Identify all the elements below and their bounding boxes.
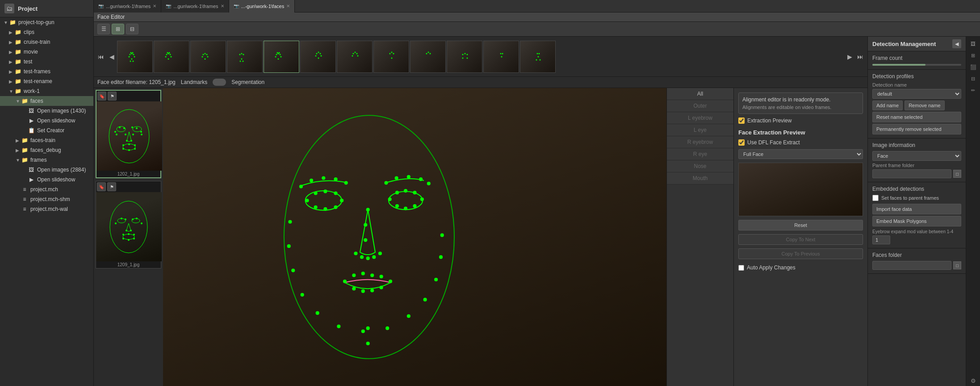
image-info-select[interactable]: Face Head All xyxy=(872,151,961,161)
sidebar-item-open-slideshow-1[interactable]: ▶ ▶ Open slideshow xyxy=(0,116,93,126)
main-canvas[interactable] xyxy=(163,88,666,386)
filmstrip-frame[interactable] xyxy=(520,41,556,73)
permanently-remove-btn[interactable]: Permanently remove selected xyxy=(872,124,961,134)
detection-name-select[interactable]: default xyxy=(872,89,961,99)
icon-strip-item-3[interactable]: ⬛ xyxy=(968,62,979,72)
tab-label: ...-gun\work-1\faces xyxy=(241,4,285,9)
svg-point-152 xyxy=(364,223,367,227)
set-faces-checkbox[interactable] xyxy=(872,195,879,201)
tab-close-btn[interactable]: ✕ xyxy=(221,4,224,8)
use-dfl-label: Use DFL Face Extract xyxy=(747,139,800,146)
tab-close-btn[interactable]: ✕ xyxy=(286,4,290,8)
filmstrip-frame-active[interactable] xyxy=(264,41,299,73)
filmstrip-frame[interactable] xyxy=(300,41,336,73)
sidebar-item-test[interactable]: ▶ 📁 test xyxy=(0,57,93,67)
filmstrip-last-btn[interactable]: ⏭ xyxy=(855,51,866,62)
filmstrip-frame[interactable] xyxy=(483,41,519,73)
sidebar-item-open-images-2884[interactable]: ▶ 🖼 Open images (2884) xyxy=(0,165,93,175)
sidebar-item-set-creator[interactable]: ▶ 📋 Set Creator xyxy=(0,126,93,135)
face-thumbnail-2[interactable]: 🔖 ⚑ xyxy=(96,181,161,269)
sidebar-item-cruise-train[interactable]: ▶ 📁 cruise-train xyxy=(0,37,93,47)
filmstrip-frame[interactable] xyxy=(337,41,373,73)
sidebar-item-test-frames[interactable]: ▶ 📁 test-frames xyxy=(0,67,93,76)
face-thumbnail-1[interactable]: 🔖 ⚑ xyxy=(96,90,161,178)
parent-frame-input[interactable] xyxy=(872,169,951,178)
tab-frames-2[interactable]: 📷 ...gun\work-1\frames ✕ xyxy=(161,0,229,13)
landmarks-label: Landmarks xyxy=(181,79,207,85)
detection-panel-toggle[interactable]: ◀ xyxy=(952,39,961,48)
bookmark-btn-1[interactable]: 🔖 xyxy=(97,92,106,101)
faces-folder-input[interactable] xyxy=(872,261,951,270)
faces-folder-browse-btn[interactable]: □ xyxy=(953,261,961,269)
frame-count-section: Frame count xyxy=(868,51,966,70)
sidebar-item-open-images-1430[interactable]: ▶ 🖼 Open images (1430) xyxy=(0,106,93,116)
filmstrip-frame[interactable] xyxy=(227,41,263,73)
landmark-nose-btn[interactable]: Nose xyxy=(667,160,733,172)
extraction-preview-checkbox[interactable] xyxy=(738,117,745,124)
landmark-l-eyebrow-btn[interactable]: L eyebrow xyxy=(667,112,733,124)
import-face-data-btn[interactable]: Import face data xyxy=(872,204,961,214)
remove-name-btn[interactable]: Remove name xyxy=(905,101,945,110)
eyebrow-expand-input[interactable] xyxy=(872,235,890,244)
faces-folder-section: Faces folder □ xyxy=(868,248,966,274)
sidebar-item-project-mch-wal[interactable]: ▶ ≡ project.mch-wal xyxy=(0,204,93,214)
icon-strip-item-5[interactable]: ✏ xyxy=(968,85,979,96)
special-view-btn[interactable]: ⊟ xyxy=(126,24,138,34)
tab-faces[interactable]: 📷 ...-gun\work-1\faces ✕ xyxy=(229,0,295,13)
list-view-btn[interactable]: ☰ xyxy=(97,24,110,34)
sidebar-item-project-mch[interactable]: ▶ ≡ project.mch xyxy=(0,185,93,194)
reset-btn[interactable]: Reset xyxy=(738,220,863,231)
landmark-r-eyebrow-btn[interactable]: R eyebrow xyxy=(667,136,733,148)
copy-to-previous-btn[interactable]: Copy To Previous xyxy=(738,248,863,259)
use-dfl-row: Use DFL Face Extract xyxy=(738,139,863,146)
filmstrip-next-btn[interactable]: ▶ xyxy=(844,51,855,62)
landmark-all-btn[interactable]: All xyxy=(667,88,733,100)
landmark-l-eye-btn[interactable]: L eye xyxy=(667,124,733,136)
sidebar-item-project-top-gun[interactable]: ▼ 📁 project-top-gun xyxy=(0,17,93,27)
landmarks-toggle[interactable] xyxy=(213,79,226,86)
svg-point-38 xyxy=(318,51,319,53)
reset-name-selected-btn[interactable]: Reset name selected xyxy=(872,112,961,122)
sidebar-item-open-slideshow-2[interactable]: ▶ ▶ Open slideshow xyxy=(0,175,93,185)
filmstrip-frame[interactable] xyxy=(373,41,409,73)
use-dfl-checkbox[interactable] xyxy=(738,139,745,146)
sidebar-item-label: work-1 xyxy=(24,88,40,94)
bookmark-btn-2[interactable]: 🔖 xyxy=(97,182,106,191)
flag-btn-2[interactable]: ⚑ xyxy=(107,182,116,191)
sidebar-item-faces[interactable]: ▼ 📁 faces xyxy=(0,96,93,106)
tab-close-btn[interactable]: ✕ xyxy=(153,4,156,8)
landmark-r-eye-btn[interactable]: R eye xyxy=(667,148,733,160)
embed-mask-polygons-btn[interactable]: Embed Mask Polygons xyxy=(872,216,961,227)
full-face-select[interactable]: Full Face Half Face Head xyxy=(738,149,863,159)
add-name-btn[interactable]: Add name xyxy=(872,101,903,110)
parent-frame-browse-btn[interactable]: □ xyxy=(953,170,961,178)
sidebar-item-faces-debug[interactable]: ▶ 📁 faces_debug xyxy=(0,145,93,155)
flag-btn-1[interactable]: ⚑ xyxy=(108,92,117,101)
filmstrip-frame[interactable] xyxy=(410,41,446,73)
landmark-mouth-btn[interactable]: Mouth xyxy=(667,172,733,185)
filmstrip-first-btn[interactable]: ⏮ xyxy=(96,51,106,62)
icon-strip-settings[interactable]: ⚙ xyxy=(968,375,979,386)
sidebar-item-project-mch-shm[interactable]: ▶ ≡ project.mch-shm xyxy=(0,194,93,204)
copy-to-next-btn[interactable]: Copy To Next xyxy=(738,234,863,245)
grid-view-btn[interactable]: ⊞ xyxy=(112,24,124,34)
landmark-outer-btn[interactable]: Outer xyxy=(667,100,733,112)
icon-strip-item-1[interactable]: 🖼 xyxy=(968,38,979,49)
sidebar-item-test-rename[interactable]: ▶ 📁 test-rename xyxy=(0,76,93,86)
icon-strip-item-2[interactable]: ⊞ xyxy=(968,50,979,61)
filmstrip-frame[interactable] xyxy=(447,41,482,73)
sidebar-item-clips[interactable]: ▶ 📁 clips xyxy=(0,27,93,37)
auto-apply-checkbox[interactable] xyxy=(738,265,744,271)
filmstrip-frame[interactable] xyxy=(117,41,153,73)
svg-point-9 xyxy=(133,60,134,62)
sidebar-item-movie[interactable]: ▶ 📁 movie xyxy=(0,47,93,57)
icon-strip-item-4[interactable]: ⊟ xyxy=(968,73,979,84)
filmstrip-prev-btn[interactable]: ◀ xyxy=(106,51,117,62)
sidebar-item-work-1[interactable]: ▼ 📁 work-1 xyxy=(0,86,93,96)
sidebar-item-frames[interactable]: ▼ 📁 frames xyxy=(0,155,93,165)
sidebar-item-faces-train[interactable]: ▶ 📁 faces-train xyxy=(0,135,93,145)
tab-frames-1[interactable]: 📷 ...gun\work-1\frames ✕ xyxy=(94,0,161,13)
filmstrip-frame[interactable] xyxy=(190,41,226,73)
face-editor-filename-bar: Face editor filename: 1205_1.jpg Landmar… xyxy=(94,77,867,88)
filmstrip-frame[interactable] xyxy=(154,41,189,73)
